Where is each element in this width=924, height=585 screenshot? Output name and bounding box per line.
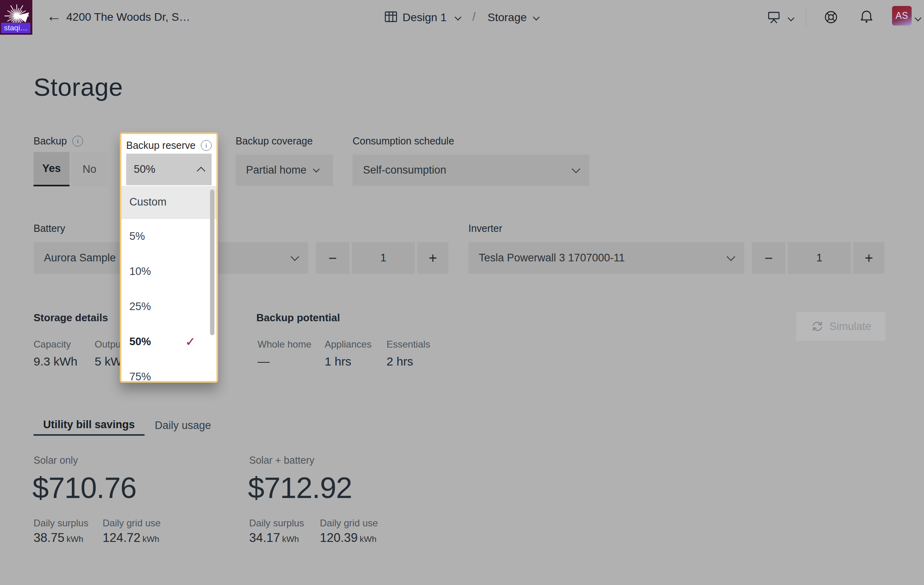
backup-info-icon[interactable]: i — [72, 136, 83, 146]
backup-yes-button[interactable]: Yes — [34, 152, 69, 186]
design-grid-icon[interactable] — [384, 10, 398, 23]
inverter-minus-button[interactable]: − — [752, 242, 785, 274]
storage-details-heading: Storage details — [34, 312, 108, 324]
design-chevron-down-icon[interactable] — [456, 14, 460, 21]
inverter-label: Inverter — [468, 223, 502, 234]
solar-battery-grid-value: 120.39kWh — [320, 531, 377, 545]
solar-only-grid-value: 124.72kWh — [103, 531, 159, 545]
consumption-schedule-label: Consumption schedule — [353, 135, 454, 147]
backup-coverage-value: Partial home — [246, 164, 307, 176]
option-25[interactable]: 25% — [121, 289, 216, 324]
option-custom[interactable]: Custom — [121, 186, 216, 219]
backup-reserve-select[interactable]: 50% — [126, 154, 212, 185]
simulate-label: Simulate — [829, 320, 871, 333]
backup-label: Backup i — [34, 135, 83, 147]
user-avatar[interactable]: AS — [892, 6, 912, 26]
option-50[interactable]: 50% ✓ — [121, 324, 216, 359]
dropdown-scrollbar[interactable] — [210, 190, 214, 335]
checkmark-icon: ✓ — [185, 334, 196, 349]
chevron-down-icon — [727, 252, 735, 261]
topbar-divider — [806, 8, 806, 26]
inverter-quantity-stepper: − 1 + — [752, 242, 884, 274]
storage-chevron-down-icon[interactable] — [534, 14, 539, 21]
backup-reserve-options-list: Custom 5% 10% 25% 50% ✓ 75% — [121, 186, 216, 380]
solar-only-surplus-value: 38.75kWh — [34, 531, 83, 545]
chevron-down-icon — [313, 166, 319, 172]
essentials-label: Essentials — [387, 339, 430, 350]
capacity-value: 9.3 kWh — [34, 355, 77, 368]
essentials-value: 2 hrs — [387, 355, 413, 368]
output-label: Output — [95, 339, 123, 350]
battery-quantity-value[interactable]: 1 — [352, 242, 415, 274]
backup-reserve-label: Backup reserve i — [121, 134, 216, 154]
account-chevron-down-icon[interactable] — [916, 15, 920, 22]
backup-toggle: Yes No — [34, 152, 108, 186]
breadcrumb-storage[interactable]: Storage — [488, 11, 527, 24]
storage-page: staqi… ← 4200 The Woods Dr, S… Design 1 … — [0, 0, 924, 585]
backup-no-button[interactable]: No — [71, 152, 108, 186]
help-lifebuoy-icon[interactable] — [823, 10, 839, 25]
inverter-value: Tesla Powerwall 3 1707000-11 — [479, 252, 728, 264]
notifications-bell-icon[interactable] — [859, 9, 874, 24]
backup-reserve-info-icon[interactable]: i — [201, 140, 212, 151]
breadcrumb-design[interactable]: Design 1 — [403, 11, 447, 24]
appliances-value: 1 hrs — [325, 355, 351, 368]
option-10[interactable]: 10% — [121, 254, 216, 289]
appliances-label: Appliances — [325, 339, 371, 350]
inverter-plus-button[interactable]: + — [853, 242, 884, 274]
simulate-button[interactable]: Simulate — [796, 312, 886, 341]
chevron-down-icon — [291, 252, 299, 261]
solar-only-grid-label: Daily grid use — [103, 518, 161, 529]
environment-badge: staqi… — [1, 23, 30, 33]
breadcrumb-separator: / — [472, 10, 476, 24]
backup-potential-heading: Backup potential — [256, 312, 340, 324]
tab-daily-usage[interactable]: Daily usage — [145, 415, 221, 436]
backup-reserve-dropdown-panel: Backup reserve i 50% Custom 5% 10% 25% 5… — [120, 132, 218, 383]
consumption-schedule-value: Self-consumption — [363, 164, 573, 176]
option-75[interactable]: 75% — [121, 359, 216, 380]
avatar-initials: AS — [896, 10, 908, 21]
solar-only-amount: $710.76 — [32, 473, 137, 503]
backup-coverage-label: Backup coverage — [236, 135, 313, 147]
chevron-up-icon — [197, 167, 205, 175]
solar-battery-amount: $712.92 — [248, 473, 352, 503]
top-bar: staqi… ← 4200 The Woods Dr, S… Design 1 … — [0, 0, 924, 35]
battery-plus-button[interactable]: + — [417, 242, 448, 274]
solar-battery-title: Solar + battery — [249, 455, 314, 466]
option-5[interactable]: 5% — [121, 219, 216, 254]
whole-home-value: — — [258, 355, 270, 368]
battery-quantity-stepper: − 1 + — [316, 242, 448, 274]
backup-reserve-selected-value: 50% — [134, 163, 155, 176]
solar-battery-surplus-value: 34.17kWh — [249, 531, 299, 545]
sync-refresh-icon — [811, 320, 824, 333]
output-value: 5 kW — [95, 355, 122, 368]
savings-tabs: Utility bill savings Daily usage — [34, 415, 221, 436]
tab-utility-bill-savings[interactable]: Utility bill savings — [34, 415, 145, 436]
back-arrow-icon[interactable]: ← — [46, 8, 61, 24]
inverter-select[interactable]: Tesla Powerwall 3 1707000-11 — [468, 242, 744, 274]
consumption-schedule-select[interactable]: Self-consumption — [353, 154, 589, 186]
battery-label: Battery — [34, 223, 65, 234]
inverter-quantity-value[interactable]: 1 — [788, 242, 851, 274]
solar-only-surplus-label: Daily surplus — [34, 518, 88, 529]
solar-battery-grid-label: Daily grid use — [320, 518, 378, 529]
battery-minus-button[interactable]: − — [316, 242, 349, 274]
presentation-screen-icon[interactable] — [767, 10, 781, 24]
solar-only-title: Solar only — [34, 455, 78, 466]
app-logo[interactable]: staqi… — [0, 0, 32, 35]
solar-battery-surplus-label: Daily surplus — [249, 518, 304, 529]
project-address[interactable]: 4200 The Woods Dr, S… — [66, 11, 190, 24]
chevron-down-icon — [572, 164, 580, 173]
present-chevron-down-icon[interactable] — [789, 15, 793, 22]
page-title: Storage — [34, 73, 123, 101]
whole-home-label: Whole home — [258, 339, 311, 350]
backup-coverage-select[interactable]: Partial home — [236, 154, 333, 186]
capacity-label: Capacity — [34, 339, 71, 350]
